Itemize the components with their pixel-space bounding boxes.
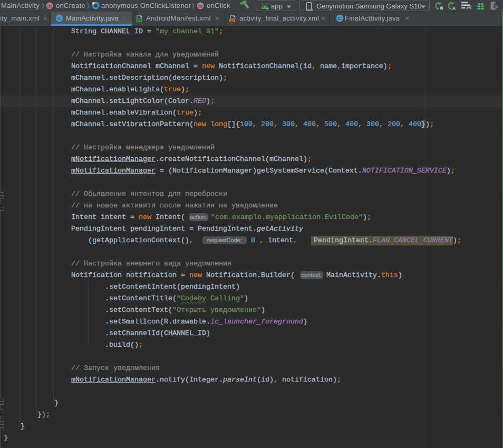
svg-text:C: C xyxy=(57,15,61,21)
svg-text:C: C xyxy=(338,15,342,21)
svg-text:A: A xyxy=(452,5,456,11)
svg-text:MF: MF xyxy=(137,18,141,22)
svg-text:m: m xyxy=(198,3,202,9)
svg-text:cx: cx xyxy=(230,18,235,22)
svg-text:m: m xyxy=(47,3,52,9)
